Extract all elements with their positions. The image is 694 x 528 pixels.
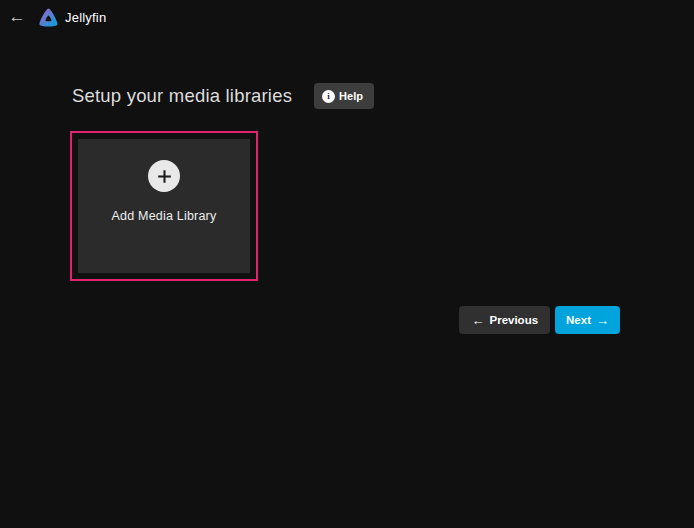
- top-bar: ← Jellyfin: [0, 0, 694, 34]
- page-title: Setup your media libraries: [72, 85, 292, 107]
- previous-arrow-icon: ←: [471, 314, 484, 327]
- info-icon: i: [322, 90, 335, 103]
- previous-button-label: Previous: [489, 314, 538, 326]
- add-media-library-card-body: Add Media Library: [78, 139, 250, 273]
- heading-row: Setup your media libraries i Help: [72, 83, 374, 109]
- back-button[interactable]: ←: [2, 2, 32, 32]
- next-arrow-icon: →: [596, 314, 609, 327]
- back-arrow-icon: ←: [9, 2, 26, 32]
- plus-icon: [148, 160, 180, 192]
- previous-button[interactable]: ← Previous: [459, 306, 550, 334]
- add-media-library-label: Add Media Library: [112, 209, 217, 223]
- add-media-library-card[interactable]: Add Media Library: [70, 131, 258, 281]
- app-brand: Jellyfin: [37, 6, 106, 29]
- help-button-label: Help: [339, 90, 363, 102]
- help-button[interactable]: i Help: [314, 83, 374, 109]
- wizard-nav-buttons: ← Previous Next →: [459, 306, 620, 334]
- next-button[interactable]: Next →: [555, 306, 620, 334]
- next-button-label: Next: [566, 314, 591, 326]
- app-title: Jellyfin: [65, 10, 106, 25]
- jellyfin-logo-icon: [37, 6, 60, 29]
